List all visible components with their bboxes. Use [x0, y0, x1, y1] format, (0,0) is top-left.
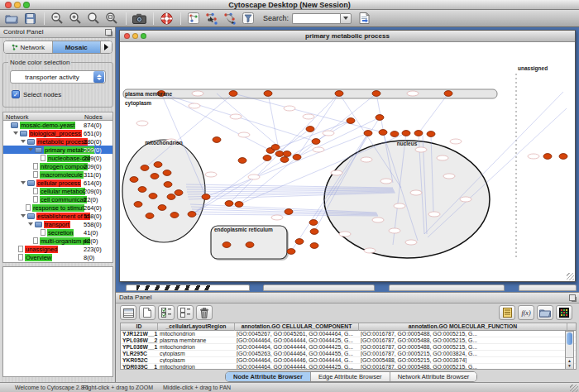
network-node[interactable]	[263, 155, 271, 161]
network-node[interactable]	[444, 91, 452, 97]
layout-icon[interactable]	[203, 12, 220, 26]
network-node[interactable]	[188, 212, 196, 218]
disclosure-triangle-icon[interactable]	[21, 214, 26, 218]
minimized-window-sliver[interactable]	[263, 284, 375, 291]
network-window-titlebar[interactable]: primary metabolic process	[120, 31, 575, 42]
tree-row[interactable]: macromolecule311(0)	[3, 170, 112, 179]
tree-row[interactable]: secretion41(0)	[3, 228, 112, 237]
network-node[interactable]	[175, 190, 183, 196]
minimized-window-sliver[interactable]	[126, 284, 250, 291]
network-node[interactable]	[402, 131, 410, 136]
network-node[interactable]	[280, 157, 289, 163]
disclosure-triangle-icon[interactable]	[21, 181, 26, 184]
network-node[interactable]	[310, 229, 318, 235]
network-node[interactable]	[170, 213, 179, 218]
filter-icon[interactable]	[240, 12, 256, 26]
network-node[interactable]	[295, 239, 304, 245]
unselect-attributes-icon[interactable]	[177, 305, 194, 320]
network-node[interactable]	[151, 174, 159, 179]
network-node[interactable]	[293, 155, 301, 160]
network-node[interactable]	[158, 205, 166, 211]
disclosure-triangle-icon[interactable]	[28, 148, 33, 151]
zoom-selected-icon[interactable]	[85, 12, 102, 26]
network-node[interactable]	[372, 91, 380, 97]
network-node[interactable]	[347, 118, 355, 124]
network-node[interactable]	[235, 202, 243, 208]
table-row[interactable]: YLR295Ccytoplasm[GO:0045263, GO:0044464,…	[121, 351, 576, 357]
network-node[interactable]	[312, 139, 320, 145]
tree-row[interactable]: unassigned223(0)	[3, 245, 112, 253]
disclosure-triangle-icon[interactable]	[21, 140, 26, 143]
float-panel-icon[interactable]	[569, 294, 576, 301]
network-node[interactable]	[285, 209, 293, 215]
zoom-fit-icon[interactable]	[103, 12, 120, 26]
network-node[interactable]	[379, 130, 387, 136]
tree-row[interactable]: response to stimul264(0)	[3, 203, 112, 212]
open-file-icon[interactable]	[3, 12, 20, 26]
table-scrollbar[interactable]: ▲▼	[565, 331, 574, 370]
network-node[interactable]	[146, 213, 154, 219]
network-node[interactable]	[238, 158, 246, 164]
table-row[interactable]: YJR121W__1mitochondrion[GO:0045267, GO:0…	[121, 331, 576, 337]
table-column-header[interactable]: ID	[121, 323, 158, 331]
network-node[interactable]	[149, 194, 157, 199]
network-node[interactable]	[275, 151, 284, 157]
network-node[interactable]	[225, 201, 233, 207]
network-node[interactable]	[335, 91, 343, 97]
rotate-layout-icon[interactable]	[222, 12, 238, 26]
import-table-icon[interactable]	[356, 12, 372, 26]
network-node[interactable]	[264, 91, 272, 97]
network-node[interactable]	[283, 151, 291, 157]
network-node[interactable]	[164, 182, 172, 188]
tree-row[interactable]: transport558(0)	[3, 220, 112, 228]
table-row[interactable]: YDR039C__1mitochondrion[GO:0044464, GO:0…	[121, 364, 576, 370]
table-column-header[interactable]: annotation.GO CELLULAR_COMPONENT	[235, 323, 359, 331]
new-attribute-icon[interactable]	[139, 305, 156, 320]
snapshot-camera-icon[interactable]	[131, 12, 147, 26]
tree-row[interactable]: cellular process614(0)	[3, 179, 112, 187]
disclosure-triangle-icon[interactable]	[13, 131, 18, 135]
table-row[interactable]: YKR052Ccytoplasm[GO:0044464, GO:0044446,…	[121, 357, 576, 364]
network-node[interactable]	[271, 145, 280, 151]
table-row[interactable]: YPL036W__1mitochondrion[GO:0044464, GO:0…	[121, 344, 576, 351]
network-node[interactable]	[543, 154, 552, 160]
tree-row[interactable]: Overview8(0)	[3, 253, 112, 261]
help-lifesaver-icon[interactable]	[158, 12, 175, 26]
network-node[interactable]	[364, 131, 372, 136]
tree-row[interactable]: mosaic-demo-yeast874(0)	[3, 121, 112, 129]
tree-row[interactable]: nitrogen compou209(0)	[3, 162, 112, 170]
matrix-heatmap-icon[interactable]	[556, 305, 572, 320]
scrollbar-arrows[interactable]: ▲▼	[566, 357, 573, 369]
network-node[interactable]	[130, 177, 138, 183]
tree-row[interactable]: metabolic process280(0)	[3, 137, 112, 146]
tab-node-attribute-browser[interactable]: Node Attribute Browser	[226, 372, 311, 381]
network-node[interactable]	[223, 242, 231, 248]
network-node[interactable]	[246, 242, 254, 248]
tab-edge-attribute-browser[interactable]: Edge Attribute Browser	[311, 372, 390, 381]
network-node[interactable]	[167, 194, 175, 200]
zoom-out-icon[interactable]	[49, 12, 65, 26]
function-builder-icon[interactable]: f(x)	[518, 305, 534, 320]
select-attributes-icon[interactable]	[158, 305, 175, 320]
table-column-header[interactable]: _cellularLayoutRegion	[158, 323, 235, 331]
network-node[interactable]	[427, 131, 435, 137]
node-color-dropdown[interactable]: transporter activity	[10, 70, 106, 84]
search-input[interactable]	[292, 13, 340, 24]
network-node[interactable]	[141, 165, 149, 171]
network-node[interactable]	[309, 220, 318, 226]
network-node[interactable]	[559, 154, 567, 160]
tree-row[interactable]: establishment of lo558(0)	[3, 212, 112, 220]
attribute-table-icon[interactable]	[120, 305, 136, 320]
network-node[interactable]	[306, 127, 314, 132]
tree-row[interactable]: primary metabolic209(0)	[3, 146, 112, 154]
tree-row[interactable]: biological_process651(0)	[3, 129, 112, 137]
select-nodes-checkbox[interactable]: ✓	[12, 90, 20, 98]
network-node[interactable]	[134, 202, 142, 208]
network-canvas[interactable]: plasma membranecytoplasmmitochondrionnuc…	[120, 42, 575, 281]
attribute-list-icon[interactable]	[499, 305, 515, 320]
network-node[interactable]	[154, 162, 162, 168]
vizmapper-icon[interactable]	[185, 12, 202, 26]
app-resize-grip[interactable]	[570, 385, 578, 392]
network-node[interactable]	[229, 91, 237, 97]
tree-row[interactable]: nucleobase-con209(0)	[3, 154, 112, 162]
